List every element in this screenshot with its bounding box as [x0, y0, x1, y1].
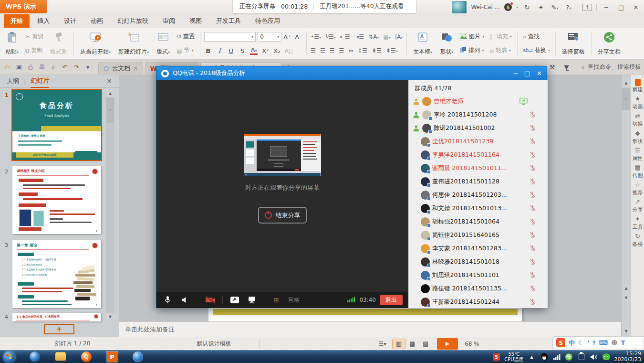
tray-clipboard-icon[interactable] — [577, 352, 586, 361]
ime-moon-icon[interactable]: ☾ — [578, 339, 584, 346]
decrease-indent-button[interactable]: ⇤☰ — [340, 33, 350, 40]
member-coin-icon[interactable]: $ — [504, 3, 512, 11]
arrange-button[interactable]: 排列▾ — [458, 46, 486, 55]
increase-indent-button[interactable]: ⇥☰ — [354, 33, 364, 40]
grid-view-icon[interactable]: ⊞ — [271, 295, 281, 305]
tray-network-icon[interactable] — [552, 352, 561, 361]
member-row[interactable]: 简钰佳2019151640165 — [409, 228, 548, 242]
ime-skin-icon[interactable]: T — [621, 339, 625, 346]
slide-thumbnail-3[interactable]: 第一章 绪论 1.1 食品分析的性质、任务和作用1.2 食品分析的内容1.3 食… — [12, 240, 101, 308]
command-search-box[interactable]: ⌕ 查找命令、搜索模板 — [581, 63, 641, 71]
tray-expand-icon[interactable]: ▲ — [528, 352, 536, 361]
notes-toggle-icon[interactable]: ☰▾ — [378, 341, 386, 347]
line-spacing-button[interactable]: ↕☰ — [357, 47, 367, 54]
tray-sogou-icon[interactable]: S — [492, 352, 500, 361]
taskbar-explorer-icon[interactable] — [54, 351, 67, 363]
para-after-button[interactable]: ⇟☰▾ — [386, 47, 398, 54]
tray-security-icon[interactable] — [565, 352, 573, 361]
user-name[interactable]: Wei-Cai ... — [471, 4, 500, 11]
scroll-up-icon[interactable]: ▲ — [106, 89, 114, 97]
ribbon-tab[interactable]: 幻灯片放映 — [111, 14, 155, 28]
strikethrough-button[interactable]: S — [239, 47, 246, 54]
upload-icon[interactable]: ↑ — [582, 4, 592, 11]
previous-slide-icon[interactable]: ▲ — [622, 284, 631, 292]
template-name[interactable]: 默认设计模板 — [197, 340, 231, 348]
member-row[interactable]: 胡桱强2018141501064 — [409, 215, 548, 228]
reading-view-button[interactable]: ▤ — [419, 339, 432, 349]
picture-button[interactable]: 图片▾ — [458, 32, 486, 41]
rail-item-切换[interactable]: ⇄切换 — [631, 113, 644, 127]
ime-punct-icon[interactable]: ’ — [587, 339, 590, 346]
open-file-icon[interactable]: 🗁 — [3, 64, 12, 71]
start-button[interactable] — [3, 351, 15, 363]
doc-tab-cloud[interactable]: ⬡ 云文档✕ — [98, 62, 143, 75]
maximize-button[interactable]: □ — [616, 4, 626, 11]
undo-icon[interactable]: ↶ — [60, 64, 70, 71]
qq-maximize-button[interactable]: □ — [524, 70, 530, 77]
text-box-button[interactable]: A 文本框▾ — [411, 30, 435, 57]
save-icon[interactable]: ▣ — [14, 64, 24, 71]
member-row[interactable]: 李艾蒙 2018141501283... — [409, 242, 548, 255]
format-painter-button[interactable]: 格式刷 — [48, 30, 70, 57]
outline-button[interactable]: ⧄轮廓▾ — [488, 46, 513, 55]
member-row[interactable]: 陈诺2018141501002 — [409, 121, 548, 135]
slideshow-play-button[interactable]: ▶ — [437, 338, 458, 350]
rail-item-新建[interactable]: 新建 — [631, 79, 644, 93]
superscript-button[interactable]: X² — [261, 47, 269, 54]
user-avatar[interactable] — [452, 1, 467, 13]
ime-cn-mode-icon[interactable]: 中 — [569, 339, 575, 347]
cpu-temp-widget[interactable]: 55℃CPU温度 — [504, 352, 523, 362]
share-screen-button[interactable] — [229, 295, 240, 305]
tray-volume-icon[interactable] — [590, 352, 598, 361]
ime-keyboard-icon[interactable]: ⌨ — [599, 339, 608, 346]
ribbon-tab[interactable]: 开发工具 — [209, 14, 248, 28]
rail-item-分享[interactable]: ↗分享 — [631, 199, 644, 213]
more-tools-icon[interactable]: ▼̲ — [561, 64, 571, 71]
font-color-button[interactable]: A▾ — [250, 46, 258, 55]
text-direction-button[interactable]: ⇅A▾ — [368, 33, 379, 40]
close-tab-icon[interactable]: ✕ — [133, 65, 137, 72]
ribbon-tab[interactable]: 审阅 — [156, 14, 182, 28]
member-row[interactable]: 董伟进2018141501128 — [409, 175, 548, 188]
bullets-button[interactable]: •☰▾ — [311, 33, 321, 40]
taskbar-browser-icon[interactable] — [29, 351, 41, 363]
align-center-button[interactable]: ☲ — [320, 47, 325, 54]
member-row[interactable]: 尘优2018141501239 — [409, 135, 548, 148]
wps-logo[interactable]: WPS 演示▾ — [0, 0, 47, 13]
find-button[interactable]: ⌕查找 — [521, 32, 551, 41]
justify-button[interactable]: ☰ — [339, 47, 344, 54]
bold-button[interactable]: B — [204, 47, 212, 54]
minimize-button[interactable]: ─ — [601, 4, 612, 11]
tray-qq-icon[interactable] — [540, 352, 549, 361]
member-row[interactable]: 和文婧 2018141501013... — [409, 202, 548, 215]
clear-format-button[interactable]: A⃠ — [284, 47, 292, 54]
thumbnail-scrollbar[interactable]: ▲ ≡ ▼ — [106, 89, 114, 320]
member-row[interactable]: 李玲 2018141501208 — [409, 108, 548, 121]
exit-call-button[interactable]: 退出 — [380, 295, 403, 305]
ribbon-tab[interactable]: 设计 — [57, 14, 83, 28]
normal-view-button[interactable]: ▥ — [392, 339, 405, 349]
distribute-button[interactable]: ⇹ — [348, 47, 353, 54]
member-row[interactable]: 李昊洋2018141501164 — [409, 148, 548, 161]
notes-area[interactable]: 单击此处添加备注 — [119, 321, 621, 337]
slide-thumbnail-4[interactable]: 1.1 食品分析的性质、任务和作用 — [12, 313, 101, 321]
char-spacing-button[interactable]: |A▾ — [395, 33, 403, 40]
vip-icon[interactable]: ✦ — [536, 4, 546, 11]
align-left-button[interactable]: ☰ — [311, 47, 316, 54]
close-button[interactable]: ✕ — [631, 4, 641, 11]
scroll-up-icon[interactable]: ▲ — [622, 79, 631, 86]
cut-button[interactable]: ✂剪切 — [24, 32, 45, 41]
paste-button[interactable]: 粘贴▾ — [3, 30, 21, 57]
section-button[interactable]: ▤节▾ — [175, 46, 196, 55]
help-icon[interactable]: ?▾ — [564, 4, 573, 11]
close-panel-icon[interactable]: ✕ — [106, 77, 112, 85]
scroll-down-icon[interactable]: ▼ — [106, 313, 114, 320]
qq-minimize-button[interactable]: ─ — [514, 70, 518, 77]
taskbar-wps-icon[interactable]: P — [106, 351, 118, 363]
taskbar-clock[interactable]: 15:292020/2/23 — [614, 351, 641, 363]
slide-sorter-button[interactable]: ▦ — [405, 339, 419, 349]
rail-item-动画[interactable]: ★动画 — [631, 96, 644, 110]
slide-thumbnail-1[interactable]: 食品分析 Food Analysis 主讲教师：曾维才 教授 四川大学食品工程系 — [12, 90, 101, 160]
shapes-button[interactable]: 形状▾ — [437, 30, 456, 57]
chevron-down-icon[interactable]: ▾ — [516, 5, 518, 10]
